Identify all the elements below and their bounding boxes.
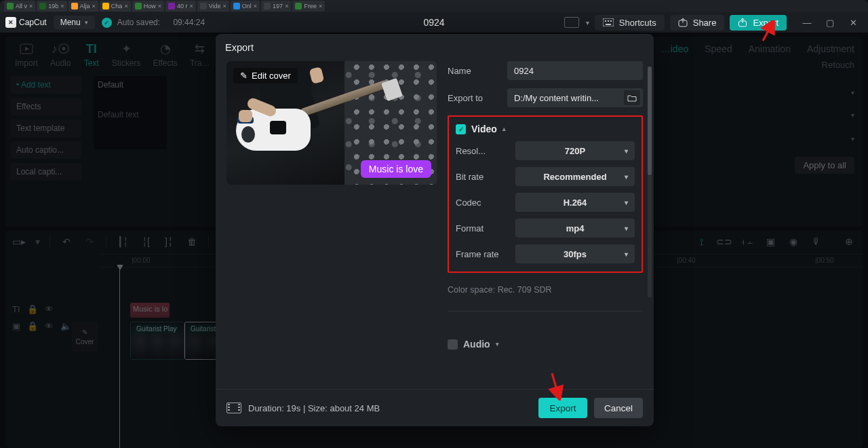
browser-tab-strip: All v× 19b× Alja× Cha× How× 40 r× Vide× … [0, 0, 868, 12]
export-path-input[interactable]: D:/My content writin... [507, 88, 643, 107]
svg-rect-4 [606, 24, 611, 25]
video-settings-highlight: ✓ Video ▴ Resol... 720P▾ Bit rate Recomm… [448, 115, 643, 273]
video-checkbox-icon[interactable]: ✓ [456, 124, 466, 134]
aspect-ratio-indicator[interactable] [564, 17, 579, 28]
format-label: Format [456, 223, 509, 234]
export-to-label: Export to [448, 93, 500, 103]
svg-rect-2 [608, 20, 609, 22]
svg-rect-1 [605, 20, 606, 22]
resolution-label: Resol... [456, 146, 509, 156]
cover-preview: ✎ Edit cover Music is love [226, 61, 437, 185]
export-confirm-button[interactable]: Export [538, 398, 587, 418]
modal-title: Export [216, 34, 654, 58]
share-icon [678, 18, 688, 27]
export-modal: Export ✎ [216, 34, 654, 426]
cancel-button[interactable]: Cancel [594, 398, 643, 418]
bitrate-select[interactable]: Recommended▾ [515, 167, 635, 186]
share-button[interactable]: Share [670, 15, 725, 31]
codec-label: Codec [456, 198, 509, 208]
format-select[interactable]: mp4▾ [515, 219, 635, 238]
codec-select[interactable]: H.264▾ [515, 193, 635, 212]
film-icon [226, 403, 241, 413]
folder-icon[interactable] [624, 90, 640, 105]
export-footer-info: Duration: 19s | Size: about 24 MB [248, 403, 380, 413]
audio-section-toggle[interactable]: ✓ Audio ▾ [448, 339, 643, 350]
minimize-button[interactable]: — [797, 15, 816, 30]
resolution-select[interactable]: 720P▾ [515, 141, 635, 160]
svg-rect-0 [603, 18, 614, 26]
edit-cover-button[interactable]: ✎ Edit cover [233, 68, 298, 83]
shortcuts-button[interactable]: Shortcuts [595, 15, 665, 31]
app-logo: ✕CapCut [5, 17, 47, 28]
project-title: 0924 [423, 17, 444, 28]
window-controls: — ▢ ✕ [797, 15, 863, 30]
framerate-label: Frame rate [456, 249, 509, 259]
autosave-indicator: ✓ Auto saved: 09:44:24 [102, 18, 205, 28]
video-section-toggle[interactable]: ✓ Video ▴ [456, 124, 635, 134]
close-button[interactable]: ✕ [844, 15, 863, 30]
bitrate-label: Bit rate [456, 172, 509, 182]
keyboard-icon [603, 18, 614, 26]
svg-rect-3 [610, 20, 612, 22]
color-space-note: Color space: Rec. 709 SDR [448, 285, 643, 295]
modal-scrollbar[interactable] [648, 67, 652, 297]
pencil-icon: ✎ [240, 71, 248, 81]
name-input[interactable]: 0924 [507, 61, 643, 80]
audio-checkbox-icon[interactable]: ✓ [448, 339, 458, 350]
framerate-select[interactable]: 30fps▾ [515, 244, 635, 263]
app-bar: ✕CapCut Menu▾ ✓ Auto saved: 09:44:24 092… [0, 12, 868, 33]
menu-button[interactable]: Menu▾ [54, 16, 95, 29]
cover-badge: Music is love [361, 160, 431, 178]
maximize-button[interactable]: ▢ [821, 15, 840, 30]
name-label: Name [448, 66, 500, 76]
export-button-top[interactable]: Export [730, 15, 787, 31]
export-icon [738, 18, 747, 27]
